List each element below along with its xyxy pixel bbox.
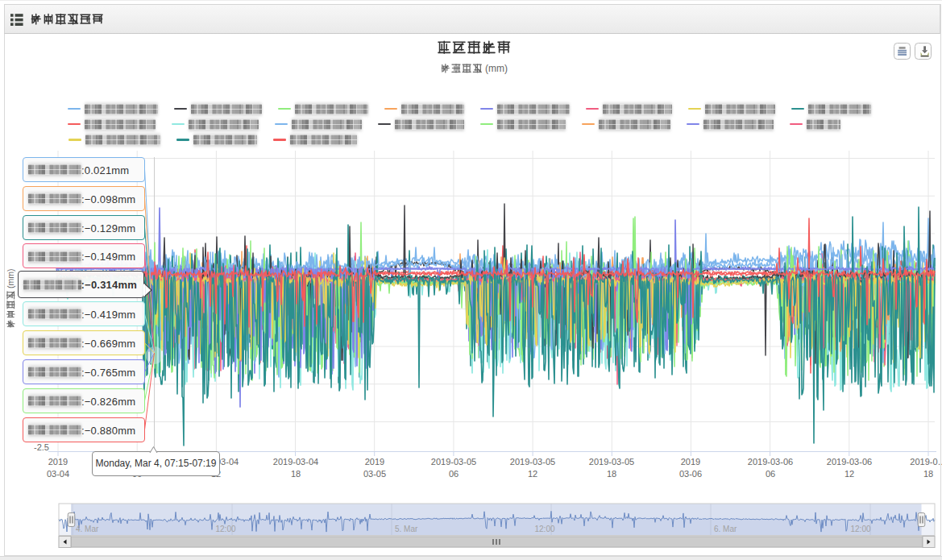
svg-text:12: 12 [528, 469, 537, 479]
svg-text:(mm): (mm) [6, 269, 15, 289]
svg-text:4. Mar: 4. Mar [76, 525, 99, 533]
svg-text:5. Mar: 5. Mar [395, 525, 418, 533]
svg-text:12:00: 12:00 [850, 525, 870, 533]
svg-text:2019-03-05: 2019-03-05 [431, 457, 476, 467]
svg-text:2019-03-05: 2019-03-05 [589, 457, 634, 467]
svg-text:03-05: 03-05 [363, 469, 386, 479]
svg-text:(mm): (mm) [485, 63, 508, 74]
svg-text:18: 18 [923, 469, 933, 479]
svg-text:2019-03-04: 2019-03-04 [273, 457, 318, 467]
svg-text:2019-03-06: 2019-03-06 [748, 457, 793, 467]
svg-text:2019: 2019 [681, 457, 700, 467]
svg-text:12: 12 [844, 469, 854, 479]
svg-text:2019: 2019 [365, 457, 384, 467]
svg-text:06: 06 [449, 469, 459, 479]
svg-text:03-04: 03-04 [47, 469, 69, 479]
svg-text:18: 18 [607, 469, 616, 479]
svg-text:12:00: 12:00 [534, 525, 554, 533]
svg-text:-2.5: -2.5 [34, 442, 49, 452]
svg-text:06: 06 [766, 469, 775, 479]
svg-text:2019-03-05: 2019-03-05 [510, 457, 555, 467]
svg-text:6. Mar: 6. Mar [714, 525, 737, 533]
svg-text:2019: 2019 [48, 457, 68, 467]
svg-text:2019-0…: 2019-0… [910, 457, 942, 467]
svg-text:12:00: 12:00 [215, 525, 235, 533]
svg-text:03-06: 03-06 [679, 469, 702, 479]
svg-text:2019-03-06: 2019-03-06 [827, 457, 872, 467]
svg-text:18: 18 [291, 469, 301, 479]
